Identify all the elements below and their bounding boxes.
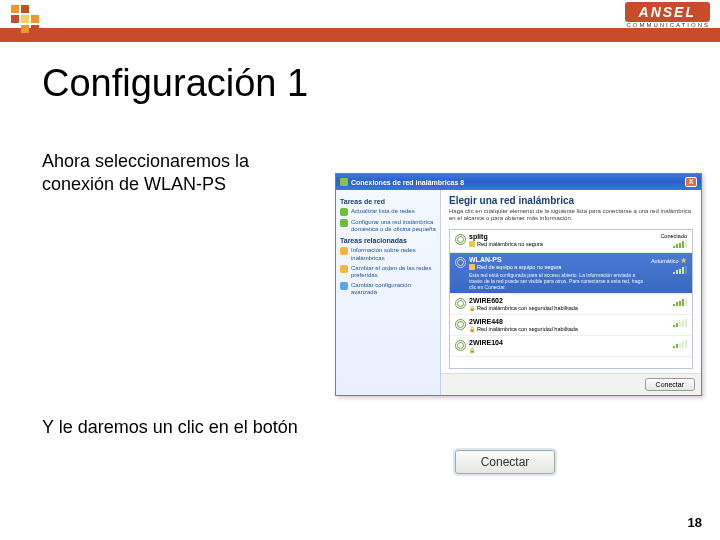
network-item[interactable]: 2WIRE602Red inalámbrica con seguridad ha… <box>450 294 692 315</box>
main-title: Elegir una red inalámbrica <box>449 195 693 206</box>
slide-title: Configuración 1 <box>42 62 308 105</box>
sidebar-link[interactable]: Cambiar el orden de las redes preferidas <box>340 265 436 279</box>
close-button[interactable]: X <box>685 177 697 187</box>
network-type: Red de equipo a equipo no segura <box>469 264 647 270</box>
star-icon: ★ <box>680 256 687 265</box>
sidebar-link[interactable]: Configurar una red inalámbrica doméstica… <box>340 219 436 233</box>
network-desc: Esta red está configurada para el acceso… <box>469 272 647 290</box>
network-status: Automático ★ <box>651 256 687 265</box>
signal-icon <box>455 234 465 244</box>
signal-bars-icon <box>673 298 687 306</box>
dialog-title: Conexiones de red inalámbricas 8 <box>351 179 464 186</box>
dialog-titlebar[interactable]: Conexiones de red inalámbricas 8 X <box>336 174 701 190</box>
signal-icon <box>455 298 465 308</box>
dialog-footer: Conectar <box>441 373 701 395</box>
task-icon <box>340 265 348 273</box>
shield-icon <box>469 264 475 270</box>
lock-icon <box>469 347 475 353</box>
sidebar-link[interactable]: Información sobre redes inalámbricas <box>340 247 436 261</box>
task-icon <box>340 282 348 290</box>
main-subtitle: Haga clic en cualquier elemento de la si… <box>449 208 693 222</box>
task-icon <box>340 247 348 255</box>
network-type <box>469 347 669 353</box>
network-name: 2WIRE448 <box>469 318 669 325</box>
network-item[interactable]: splitgRed inalámbrica no seguraConectado <box>450 230 692 253</box>
network-name: 2WIRE602 <box>469 297 669 304</box>
signal-bars-icon <box>673 319 687 327</box>
network-type: Red inalámbrica con seguridad habilitada <box>469 326 669 332</box>
lock-icon <box>469 326 475 332</box>
slide-header: ANSEL COMMUNICATIONS <box>0 0 720 42</box>
network-name: splitg <box>469 233 656 240</box>
body-text-1: Ahora seleccionaremos la conexión de WLA… <box>42 150 322 197</box>
task-icon <box>340 208 348 216</box>
signal-bars-icon <box>673 266 687 274</box>
dialog-sidebar: Tareas de red Actualizar lista de redesC… <box>336 190 441 395</box>
wireless-dialog: Conexiones de red inalámbricas 8 X Tarea… <box>335 173 702 396</box>
shield-icon <box>469 241 475 247</box>
network-item[interactable]: 2WIRE104 <box>450 336 692 357</box>
brand: ANSEL COMMUNICATIONS <box>625 2 710 28</box>
signal-icon <box>455 319 465 329</box>
sidebar-section-1: Tareas de red <box>340 198 436 205</box>
wireless-icon <box>340 178 348 186</box>
lock-icon <box>469 305 475 311</box>
network-item[interactable]: WLAN-PSRed de equipo a equipo no seguraE… <box>450 253 692 294</box>
signal-icon <box>455 340 465 350</box>
network-name: 2WIRE104 <box>469 339 669 346</box>
network-name: WLAN-PS <box>469 256 647 263</box>
task-icon <box>340 219 348 227</box>
connect-button-dialog[interactable]: Conectar <box>645 378 695 391</box>
network-item[interactable]: 2WIRE448Red inalámbrica con seguridad ha… <box>450 315 692 336</box>
brand-sub: COMMUNICATIONS <box>625 22 710 28</box>
sidebar-link[interactable]: Actualizar lista de redes <box>340 208 436 216</box>
network-status: Conectado <box>660 233 687 239</box>
network-list[interactable]: splitgRed inalámbrica no seguraConectado… <box>449 229 693 369</box>
signal-bars-icon <box>673 340 687 348</box>
network-type: Red inalámbrica no segura <box>469 241 656 247</box>
body-text-2: Y le daremos un clic en el botón <box>42 417 298 438</box>
network-type: Red inalámbrica con seguridad habilitada <box>469 305 669 311</box>
connect-button[interactable]: Conectar <box>455 450 555 474</box>
page-number: 18 <box>688 515 702 530</box>
signal-bars-icon <box>673 240 687 248</box>
dialog-main: Elegir una red inalámbrica Haga clic en … <box>441 190 701 395</box>
sidebar-section-2: Tareas relacionadas <box>340 237 436 244</box>
signal-icon <box>455 257 465 267</box>
brand-name: ANSEL <box>625 2 710 22</box>
logo-squares <box>10 4 54 34</box>
sidebar-link[interactable]: Cambiar configuración avanzada <box>340 282 436 296</box>
